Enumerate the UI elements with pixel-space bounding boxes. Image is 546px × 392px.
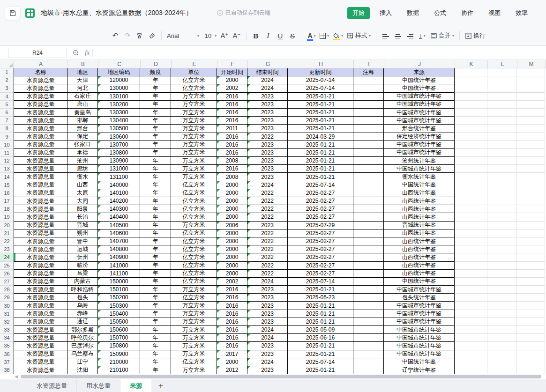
cell-H24[interactable]: 2025-02-27 (288, 253, 353, 261)
cell-F24[interactable]: 2000 (217, 253, 247, 261)
cell-I21[interactable] (353, 229, 384, 237)
cell-A1[interactable]: 名称 (14, 68, 67, 76)
cell-D14[interactable]: 年 (140, 173, 171, 181)
column-header-B[interactable]: B (68, 60, 98, 68)
cell-F33[interactable]: 2016 (217, 326, 247, 334)
cell-G15[interactable]: 2024 (247, 181, 288, 189)
cell-D33[interactable]: 年 (140, 326, 171, 334)
redo-button[interactable]: ↷ (121, 29, 134, 42)
menu-tab-formula[interactable]: 公式 (429, 7, 451, 19)
cell-D32[interactable]: 年 (140, 318, 171, 326)
cell-B24[interactable]: 忻州 (67, 253, 98, 261)
cell-A2[interactable]: 水资源总量 (14, 76, 67, 84)
row-header-13[interactable]: 13 (0, 165, 14, 173)
cell-D18[interactable]: 年 (140, 205, 171, 213)
cell-E35[interactable]: 万立方米 (171, 342, 217, 350)
row-header-1[interactable]: 1 (0, 68, 14, 76)
font-size-select[interactable]: 10 ▾ (201, 29, 218, 42)
cell-L14[interactable] (487, 173, 517, 181)
cell-F4[interactable]: 2016 (217, 93, 247, 101)
cell-A26[interactable]: 水资源总量 (14, 270, 67, 278)
cell-H21[interactable]: 2025-02-27 (288, 229, 353, 237)
cell-C29[interactable]: 150200 (98, 294, 140, 302)
cell-A34[interactable]: 水资源总量 (14, 334, 67, 342)
zoom-selector-button[interactable] (70, 46, 82, 59)
column-header-G[interactable]: G (248, 60, 288, 68)
cell-K27[interactable] (455, 278, 487, 286)
cell-L27[interactable] (487, 278, 517, 286)
cell-L23[interactable] (487, 245, 517, 253)
row-header-7[interactable]: 7 (0, 117, 14, 125)
cell-K15[interactable] (455, 181, 487, 189)
cell-C24[interactable]: 140900 (98, 253, 140, 261)
cell-M37[interactable] (517, 358, 545, 366)
cell-G33[interactable]: 2024 (247, 326, 288, 334)
cell-A28[interactable]: 水资源总量 (14, 286, 67, 294)
cell-K37[interactable] (455, 358, 487, 366)
cell-G12[interactable]: 2023 (247, 157, 288, 165)
cell-G14[interactable]: 2023 (247, 173, 288, 181)
cell-J3[interactable]: 中国统计年鉴 (384, 84, 455, 92)
cell-M25[interactable] (517, 262, 545, 270)
cell-B29[interactable]: 包头 (67, 294, 98, 302)
row-header-2[interactable]: 2 (0, 76, 14, 84)
strikethrough-button[interactable]: S (286, 29, 299, 42)
cell-E16[interactable]: 亿立方米 (171, 189, 217, 197)
cell-K25[interactable] (455, 262, 487, 270)
undo-button[interactable]: ↶ (109, 29, 121, 42)
cell-E7[interactable]: 万立方米 (171, 117, 217, 125)
cell-C6[interactable]: 130300 (98, 109, 140, 117)
cell-J23[interactable]: 山西统计年鉴 (384, 245, 455, 253)
cell-A3[interactable]: 水资源总量 (14, 84, 67, 92)
cell-L37[interactable] (487, 358, 517, 366)
cell-L20[interactable] (487, 222, 517, 229)
cell-J1[interactable]: 来源 (384, 68, 455, 76)
cell-L25[interactable] (487, 262, 517, 270)
cell-C22[interactable]: 140700 (98, 237, 140, 245)
cell-A6[interactable]: 水资源总量 (14, 109, 67, 117)
cell-B37[interactable]: 辽宁 (67, 358, 98, 366)
cell-C33[interactable]: 150600 (98, 326, 140, 334)
cell-G16[interactable]: 2022 (247, 189, 288, 197)
cell-H14[interactable]: 2025-01-21 (288, 173, 353, 181)
cell-J31[interactable]: 中国城市统计年鉴 (384, 310, 455, 318)
cell-I31[interactable] (353, 310, 384, 318)
cell-L29[interactable] (487, 294, 517, 302)
row-header-10[interactable]: 10 (0, 141, 14, 149)
cell-H15[interactable]: 2025-07-14 (288, 181, 353, 189)
cell-M16[interactable] (517, 189, 545, 197)
cell-J5[interactable]: 中国城市统计年鉴 (384, 101, 455, 109)
row-header-34[interactable]: 34 (0, 334, 14, 342)
cell-F3[interactable]: 2002 (217, 84, 247, 92)
cell-F5[interactable]: 2016 (217, 101, 247, 109)
cell-F11[interactable]: 2016 (217, 149, 247, 157)
cell-K1[interactable] (455, 68, 487, 76)
cell-L7[interactable] (487, 117, 517, 125)
cell-G26[interactable]: 2022 (247, 270, 288, 278)
cell-C18[interactable]: 140300 (98, 205, 140, 213)
cell-C12[interactable]: 130900 (98, 157, 140, 165)
cell-B30[interactable]: 乌海 (67, 302, 98, 310)
cell-K30[interactable] (455, 302, 487, 310)
cell-H37[interactable]: 2025-07-14 (288, 358, 353, 366)
cell-D28[interactable]: 年 (140, 286, 171, 294)
cell-C36[interactable]: 150900 (98, 350, 140, 358)
row-header-28[interactable]: 28 (0, 286, 14, 294)
cell-M10[interactable] (517, 141, 545, 149)
cell-K6[interactable] (455, 109, 487, 117)
cell-G35[interactable]: 2023 (247, 342, 288, 350)
font-family-select[interactable]: Arial ▾ (165, 29, 201, 42)
cell-F36[interactable]: 2017 (217, 350, 247, 358)
cell-M18[interactable] (517, 205, 545, 213)
row-header-25[interactable]: 25 (0, 262, 14, 270)
cell-H8[interactable]: 2025-01-21 (288, 125, 353, 133)
cell-A37[interactable]: 水资源总量 (14, 358, 67, 366)
cell-E18[interactable]: 亿立方米 (171, 205, 217, 213)
cell-K3[interactable] (455, 84, 487, 92)
row-header-14[interactable]: 14 (0, 173, 14, 181)
cell-C34[interactable]: 150700 (98, 334, 140, 342)
cell-J15[interactable]: 中国统计年鉴 (384, 181, 455, 189)
cell-B26[interactable]: 吕梁 (67, 270, 98, 278)
cell-G20[interactable]: 2023 (247, 222, 288, 229)
cell-I12[interactable] (353, 157, 384, 165)
